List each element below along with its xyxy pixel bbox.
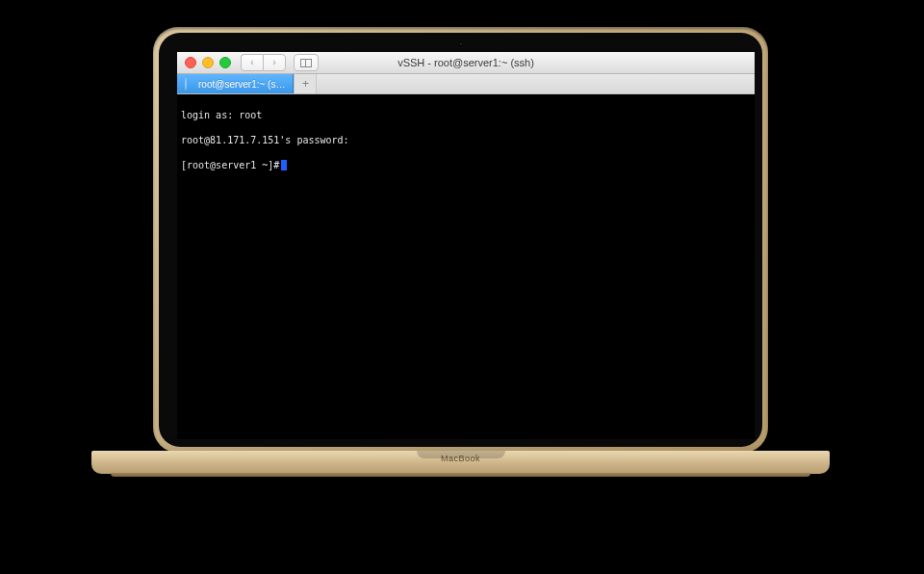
back-button[interactable]: ‹ — [241, 54, 263, 71]
tab-label: root@server1:~ (s… — [198, 79, 285, 90]
macbook-notch — [417, 451, 505, 458]
nav-buttons: ‹ › — [241, 54, 286, 71]
forward-button[interactable]: › — [263, 54, 286, 71]
tab-bar: root@server1:~ (s… + — [177, 74, 755, 94]
sidebar-toggle-button[interactable] — [294, 54, 319, 71]
terminal-prompt: [root@server1 ~]# — [181, 160, 279, 170]
plus-icon: + — [302, 77, 309, 91]
tab-ssh-session[interactable]: root@server1:~ (s… — [177, 74, 294, 93]
webcam-dot — [458, 41, 463, 46]
display-viewport: ‹ › vSSH - root@server1:~ (ssh) — [177, 52, 755, 439]
traffic-lights — [177, 57, 231, 68]
terminal-line: login as: root — [181, 109, 751, 121]
chevron-right-icon: › — [272, 58, 275, 67]
zoom-button[interactable] — [219, 57, 231, 68]
minimize-button[interactable] — [202, 57, 214, 68]
macbook-mockup: ‹ › vSSH - root@server1:~ (ssh) — [153, 27, 768, 497]
terminal-output[interactable]: login as: root root@81.171.7.151's passw… — [177, 94, 755, 439]
chevron-left-icon: ‹ — [250, 58, 253, 67]
terminal-cursor — [281, 160, 287, 170]
ssh-window: ‹ › vSSH - root@server1:~ (ssh) — [177, 52, 755, 439]
loading-spinner-icon — [185, 79, 194, 89]
new-tab-button[interactable]: + — [294, 74, 317, 93]
terminal-line: root@81.171.7.151's password: — [181, 134, 751, 146]
title-bar: ‹ › vSSH - root@server1:~ (ssh) — [177, 52, 755, 74]
terminal-prompt-line: [root@server1 ~]# — [181, 159, 751, 171]
macbook-bezel: ‹ › vSSH - root@server1:~ (ssh) — [159, 33, 762, 447]
close-button[interactable] — [185, 57, 196, 68]
columns-icon — [300, 59, 312, 67]
